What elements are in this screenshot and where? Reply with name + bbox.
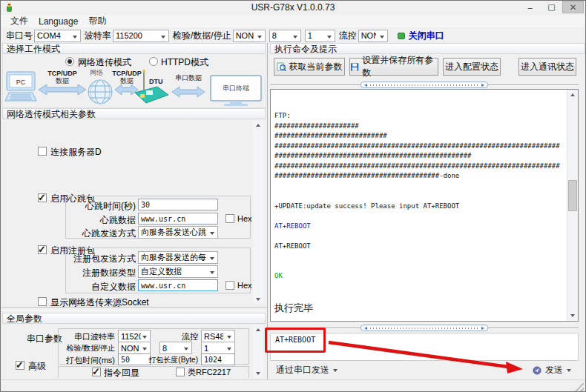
gp-packlen-label: 打包长度(Byte) xyxy=(136,355,198,365)
send-icon xyxy=(533,366,541,375)
scroll-up-icon[interactable] xyxy=(254,121,263,130)
radio-httpd[interactable] xyxy=(149,57,158,66)
global-params-scrollbar[interactable] xyxy=(253,325,263,378)
terminal-label: 串口终端 xyxy=(223,84,249,92)
menu-bar: 文件 Language 帮助 xyxy=(1,15,585,28)
heartbeat-hex-label: Hex xyxy=(237,214,252,223)
scroll-left-icon xyxy=(364,327,367,330)
command-panel-header: 执行命令及提示 xyxy=(270,43,585,54)
rfc2217-checkbox[interactable] xyxy=(176,368,185,376)
gp-stopbits-select[interactable]: 1 xyxy=(201,342,235,354)
scroll-right-icon xyxy=(481,327,484,330)
register-type-label: 注册数据类型 xyxy=(66,267,136,279)
chevron-down-icon xyxy=(184,348,188,351)
workmode-diagram: PC TCP/UDP 数据 网络 TCP/UDP xyxy=(3,67,267,107)
log-line xyxy=(274,91,563,102)
chevron-down-icon xyxy=(210,232,214,235)
log-line xyxy=(274,102,563,112)
heartbeat-group: 心跳时间(秒) 心跳数据 Hex 心跳发送方式 向服务器发送心跳包 xyxy=(65,196,251,239)
menu-language[interactable]: Language xyxy=(33,16,83,27)
menu-help[interactable]: 帮助 xyxy=(83,14,111,28)
show-socket-checkbox[interactable] xyxy=(38,297,47,306)
window-title: USR-G78x V1.0.0.73 xyxy=(1,2,585,13)
scroll-left-icon xyxy=(364,84,367,87)
settings-panel: 选择工作模式 网络透传模式 HTTPD模式 PC TCP/UDP 数 xyxy=(1,43,268,379)
scroll-down-icon[interactable] xyxy=(568,311,577,320)
register-type-select[interactable]: 自定义数据 xyxy=(138,265,218,278)
log-line xyxy=(274,282,563,292)
port-select[interactable]: COM4 xyxy=(34,30,81,42)
net-params-header: 网络透传模式相关参数 xyxy=(2,108,266,119)
heartbeat-time-label: 心跳时间(秒) xyxy=(69,200,136,213)
advanced-checkbox[interactable] xyxy=(16,361,24,370)
minimize-button[interactable]: – xyxy=(519,1,541,13)
net-params-area: 连接服务器D 启用心跳包 心跳时间(秒) 心跳数据 Hex 心跳发送方式 xyxy=(2,119,266,307)
scroll-down-icon[interactable] xyxy=(254,369,263,378)
log-v-scrollbar[interactable] xyxy=(567,90,578,321)
gp-packtime-label: 打包时间(ms) xyxy=(54,355,115,366)
log-h-scrollbar[interactable] xyxy=(270,82,579,88)
scrollbar-thumb[interactable] xyxy=(568,180,577,211)
title-bar[interactable]: USR-G78x V1.0.0.73 – ▢ ✕ xyxy=(1,1,585,15)
log-line xyxy=(274,291,563,302)
heartbeat-hex-checkbox[interactable] xyxy=(225,214,234,223)
register-hex-checkbox[interactable] xyxy=(225,281,234,290)
echo-checkbox[interactable] xyxy=(92,368,101,376)
gp-databits-select[interactable]: 8 xyxy=(159,342,192,354)
via-serial-dropdown[interactable]: 通过串口发送 xyxy=(276,364,338,376)
serial-data-label: 串口数据 xyxy=(175,74,202,82)
chevron-down-icon xyxy=(73,36,77,39)
parity-select[interactable]: NONE xyxy=(233,30,266,42)
save-params-button[interactable]: 设置并保存所有参数 xyxy=(349,58,438,76)
log-line: ##################### xyxy=(274,122,563,132)
chevron-down-icon xyxy=(227,336,231,339)
close-button[interactable]: ✕ xyxy=(562,1,584,13)
net-params-scrollbar[interactable] xyxy=(253,121,263,304)
gp-parity-select[interactable]: NONE xyxy=(118,342,151,354)
heartbeat-mode-select[interactable]: 向服务器发送心跳包 xyxy=(138,226,218,239)
enter-config-button[interactable]: 进入配置状态 xyxy=(443,58,501,76)
global-params-header: 全局参数 xyxy=(2,313,266,324)
register-enable-checkbox[interactable] xyxy=(38,245,47,254)
heartbeat-data-input[interactable] xyxy=(138,213,218,225)
menu-file[interactable]: 文件 xyxy=(5,14,33,28)
log-text-area[interactable]: FTP:####################################… xyxy=(271,90,567,321)
custom-data-input[interactable] xyxy=(138,279,218,291)
gp-flow-select[interactable]: RS485 xyxy=(201,330,235,342)
enter-comm-button[interactable]: 进入通讯状态 xyxy=(518,58,576,76)
chevron-down-icon xyxy=(161,36,165,39)
chevron-down-icon xyxy=(327,36,332,39)
get-params-button[interactable]: 获取当前参数 xyxy=(274,58,345,76)
chevron-down-icon xyxy=(293,36,297,39)
scroll-down-icon[interactable] xyxy=(254,295,263,304)
app-window: USR-G78x V1.0.0.73 – ▢ ✕ 文件 Language 帮助 … xyxy=(0,0,586,392)
chevron-down-icon xyxy=(567,369,571,372)
chevron-down-icon xyxy=(333,369,338,372)
custom-data-label: 自定义数据 xyxy=(66,281,136,293)
heartbeat-time-input[interactable] xyxy=(138,199,218,210)
gp-packlen-input[interactable] xyxy=(201,353,235,365)
baud-select[interactable]: 115200 xyxy=(113,30,169,42)
heartbeat-enable-checkbox[interactable] xyxy=(38,193,47,202)
stopbits-select[interactable]: 1 xyxy=(305,30,335,42)
flow-select[interactable]: NONE xyxy=(358,30,388,42)
annotation-highlight-box xyxy=(265,328,326,353)
connect-server-checkbox[interactable] xyxy=(38,147,47,156)
send-button[interactable]: 发送 xyxy=(533,364,571,376)
close-port-button[interactable]: 关闭串口 xyxy=(409,30,444,42)
register-mode-label: 注册包发送方式 xyxy=(66,253,136,265)
workmode-header: 选择工作模式 xyxy=(2,43,266,54)
databits-select[interactable]: 8 xyxy=(269,30,301,42)
log-line: OK xyxy=(274,271,563,282)
register-mode-select[interactable]: 向服务器发送的每个数据包 xyxy=(138,251,218,264)
gp-baud-select[interactable]: 115200 xyxy=(118,330,151,342)
log-line: FTP: xyxy=(274,111,563,122)
scroll-up-icon[interactable] xyxy=(568,90,577,99)
chevron-down-icon xyxy=(142,336,147,339)
maximize-button[interactable]: ▢ xyxy=(541,1,562,13)
scroll-up-icon[interactable] xyxy=(254,325,263,334)
radio-net-passthrough[interactable] xyxy=(65,57,74,66)
resize-grip[interactable] xyxy=(575,382,584,391)
magnifier-icon xyxy=(277,62,286,72)
command-log[interactable]: FTP:####################################… xyxy=(270,89,579,322)
